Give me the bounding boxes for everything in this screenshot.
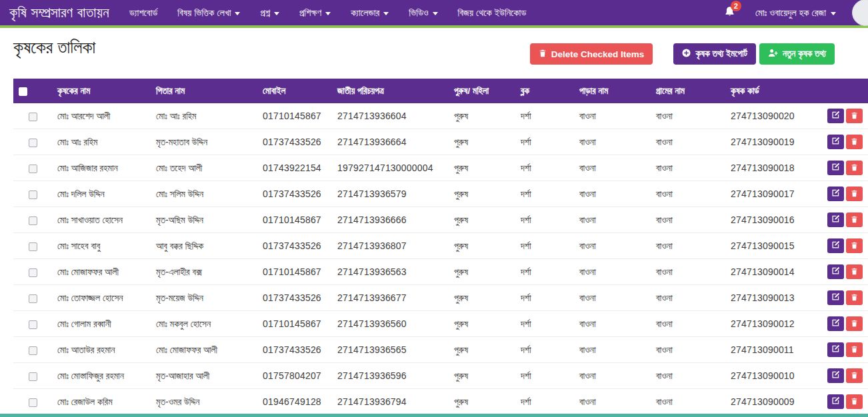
user-menu[interactable]: মোঃ ওবায়েদুল হক রেজা — [755, 7, 836, 19]
edit-row-button[interactable] — [827, 290, 844, 305]
delete-row-button[interactable] — [846, 187, 863, 201]
delete-row-button[interactable] — [846, 135, 863, 149]
row-checkbox-cell — [13, 259, 52, 285]
nav-item-6[interactable]: বিজয় থেকে ইউনিকোড — [458, 7, 527, 19]
block-cell: দর্শা — [515, 207, 574, 233]
row-checkbox-cell — [13, 103, 52, 129]
row-checkbox[interactable] — [29, 165, 37, 173]
edit-row-button[interactable] — [827, 342, 844, 357]
edit-row-button[interactable] — [827, 135, 844, 149]
mobile-cell: 01737433526 — [257, 129, 332, 155]
farmer-name-cell: মোঃ মোজাফফর আলী — [52, 259, 151, 285]
avatar[interactable] — [852, 0, 868, 26]
trash-icon — [539, 49, 547, 59]
delete-row-button[interactable] — [846, 238, 863, 253]
delete-row-button[interactable] — [846, 316, 863, 331]
user-name: মোঃ ওবায়েদুল হক রেজা — [755, 7, 826, 19]
nid-cell: 197927147130000004 — [332, 155, 449, 181]
nav-item-label: ভিডিও — [409, 7, 428, 19]
row-checkbox-cell — [13, 181, 52, 207]
delete-checked-button[interactable]: Delete Checked Items — [530, 43, 653, 65]
block-cell: দর্শা — [515, 363, 574, 389]
gender-cell: পুরুষ — [449, 181, 515, 207]
nav-item-4[interactable]: ক্যালেন্ডার — [351, 7, 389, 19]
column-header: মোবাইল — [257, 79, 332, 103]
select-all-checkbox[interactable] — [19, 87, 27, 96]
nav-item-0[interactable]: ড্যাশবোর্ড — [129, 7, 157, 19]
edit-row-button[interactable] — [827, 394, 844, 409]
row-checkbox[interactable] — [29, 320, 37, 329]
row-checkbox[interactable] — [29, 398, 37, 407]
row-checkbox-cell — [13, 363, 52, 389]
nid-cell: 2714713936560 — [332, 311, 449, 337]
block-cell: দর্শা — [515, 103, 574, 129]
father-name-cell: মৃত-ওমর উদ্দিন — [151, 389, 257, 415]
import-farmer-button[interactable]: কৃষক তথ্য ইমপোর্ট — [673, 43, 756, 65]
chevron-down-icon — [235, 12, 240, 15]
table-row: মোঃ রেজাউল করিম মৃত-ওমর উদ্দিন 019467491… — [13, 389, 868, 415]
trash-icon — [851, 189, 858, 199]
edit-icon — [831, 189, 840, 199]
delete-row-button[interactable] — [846, 264, 863, 279]
table-header-row: কৃষকের নামপিতার নামমোবাইলজাতীয় পরিচয়পত… — [13, 79, 868, 103]
row-checkbox[interactable] — [29, 191, 37, 199]
actions-cell — [822, 363, 868, 389]
trash-icon — [851, 371, 858, 381]
row-checkbox[interactable] — [29, 216, 37, 225]
app-brand[interactable]: কৃষি সম্প্রসারণ বাতায়ন — [9, 5, 109, 21]
farmer-card-cell: 274713090019 — [725, 129, 822, 155]
block-cell: দর্শা — [515, 233, 574, 259]
delete-row-button[interactable] — [846, 342, 863, 357]
actions-cell — [822, 259, 868, 285]
delete-row-button[interactable] — [846, 394, 863, 409]
edit-row-button[interactable] — [827, 316, 844, 331]
new-farmer-button[interactable]: নতুন কৃষক তথ্য — [759, 43, 835, 65]
para-name-cell: বাওনা — [574, 337, 651, 363]
nav-item-5[interactable]: ভিডিও — [409, 7, 437, 19]
edit-row-button[interactable] — [827, 187, 844, 201]
edit-row-button[interactable] — [827, 109, 844, 123]
nav-item-2[interactable]: প্রশ্ন — [260, 7, 279, 19]
trash-icon — [851, 163, 858, 173]
row-checkbox[interactable] — [29, 294, 37, 303]
nid-cell: 2714713936677 — [332, 285, 449, 311]
actions-cell — [822, 181, 868, 207]
edit-row-button[interactable] — [827, 368, 844, 383]
actions-cell — [822, 311, 868, 337]
gender-cell: পুরুষ — [449, 155, 515, 181]
nav-item-label: বিষয় ভিত্তিক লেখা — [177, 7, 231, 19]
nid-cell: 2714713936604 — [332, 103, 449, 129]
delete-row-button[interactable] — [846, 290, 863, 305]
row-checkbox[interactable] — [29, 372, 37, 381]
row-checkbox[interactable] — [29, 346, 37, 355]
nav-item-3[interactable]: প্রশিক্ষণ — [299, 7, 331, 19]
farmer-card-cell: 274713090016 — [725, 207, 822, 233]
nid-cell: 2714713936565 — [332, 337, 449, 363]
village-name-cell: বাওনা — [651, 103, 725, 129]
delete-row-button[interactable] — [846, 212, 863, 227]
edit-icon — [831, 344, 840, 355]
trash-icon — [851, 293, 858, 303]
mobile-cell: 01737433526 — [257, 285, 332, 311]
edit-icon — [831, 396, 840, 407]
edit-row-button[interactable] — [827, 212, 844, 227]
edit-row-button[interactable] — [827, 161, 844, 175]
row-checkbox[interactable] — [29, 113, 37, 121]
delete-row-button[interactable] — [846, 368, 863, 383]
row-checkbox[interactable] — [29, 242, 37, 251]
delete-row-button[interactable] — [846, 161, 863, 175]
chevron-down-icon — [325, 12, 331, 15]
para-name-cell: বাওনা — [574, 233, 651, 259]
edit-row-button[interactable] — [827, 238, 844, 253]
gender-cell: পুরুষ — [449, 129, 515, 155]
column-header: পাড়ার নাম — [574, 79, 651, 103]
toolbar: Delete Checked Items কৃষক তথ্য ইমপোর্ট ন… — [530, 43, 835, 65]
row-checkbox[interactable] — [29, 268, 37, 277]
edit-row-button[interactable] — [827, 264, 844, 279]
notifications-button[interactable]: 2 — [724, 6, 735, 20]
mobile-cell: 01710145867 — [257, 311, 332, 337]
nav-item-label: প্রশিক্ষণ — [299, 7, 321, 19]
nav-item-1[interactable]: বিষয় ভিত্তিক লেখা — [177, 7, 240, 19]
delete-row-button[interactable] — [846, 109, 863, 123]
row-checkbox[interactable] — [29, 139, 37, 147]
